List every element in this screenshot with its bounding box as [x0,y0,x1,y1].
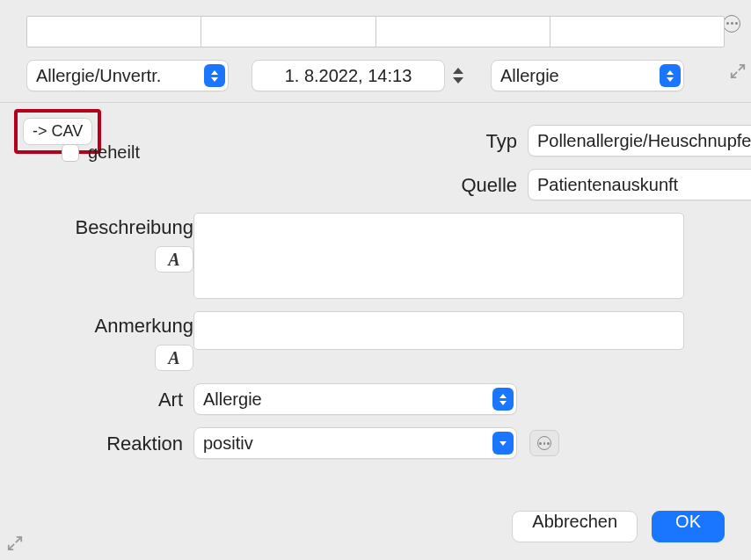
tab-4[interactable] [550,17,724,47]
tab-strip [26,16,725,47]
anmerkung-label: Anmerkung [94,315,193,338]
typ-select[interactable]: Pollenallergie/Heuschnupfen [528,125,751,156]
ok-button-label: OK [675,512,701,531]
geheilt-checkbox[interactable] [62,144,79,162]
ok-button[interactable]: OK [652,511,725,542]
header-type-value: Allergie [500,66,559,86]
form: Typ Pollenallergie/Heuschnupfen geheilt … [44,125,725,459]
reaktion-more-button[interactable] [529,430,559,456]
quelle-select[interactable]: Patientenauskunft [528,169,751,200]
category-select[interactable]: Allergie/Unvertr. [26,60,229,91]
updown-icon [660,64,681,87]
expand-icon[interactable] [7,535,23,551]
art-label: Art [44,383,193,411]
header-type-select[interactable]: Allergie [491,60,684,91]
beschreibung-textarea[interactable] [193,213,684,299]
dropdown-icon [492,432,514,455]
quelle-label: Quelle [193,169,528,197]
anmerkung-format-button[interactable]: A [155,345,193,371]
datetime-field[interactable]: 1. 8.2022, 14:13 [252,60,445,91]
beschreibung-format-button[interactable]: A [155,246,193,273]
tab-3[interactable] [376,17,550,47]
geheilt-field: geheilt [44,125,193,163]
expand-icon[interactable] [730,63,746,79]
reaktion-value: positiv [203,433,253,454]
cancel-button[interactable]: Abbrechen [512,511,638,542]
category-select-value: Allergie/Unvertr. [36,66,161,86]
quelle-value: Patientenauskunft [537,175,678,195]
more-options-icon[interactable] [723,9,740,33]
cancel-button-label: Abbrechen [532,512,617,531]
datetime-step-up[interactable] [453,68,463,74]
datetime-step-down[interactable] [453,77,463,84]
datetime-field-wrap: 1. 8.2022, 14:13 [252,60,468,91]
typ-label: Typ [193,125,528,153]
datetime-stepper [448,61,468,91]
art-select[interactable]: Allergie [193,383,517,415]
tab-1[interactable] [27,17,201,47]
reaktion-label: Reaktion [44,427,193,455]
typ-value: Pollenallergie/Heuschnupfen [537,131,751,151]
reaktion-select[interactable]: positiv [193,427,517,459]
beschreibung-label: Beschreibung [75,216,193,239]
anmerkung-textarea[interactable] [193,311,684,350]
tab-2[interactable] [201,17,376,47]
updown-icon [492,388,514,411]
dialog-footer: Abbrechen OK [512,511,725,542]
divider [0,102,751,103]
art-value: Allergie [203,389,262,410]
updown-icon [204,64,225,87]
header-row: Allergie/Unvertr. 1. 8.2022, 14:13 Aller… [26,58,725,93]
datetime-value: 1. 8.2022, 14:13 [285,66,412,86]
geheilt-label: geheilt [88,142,140,163]
